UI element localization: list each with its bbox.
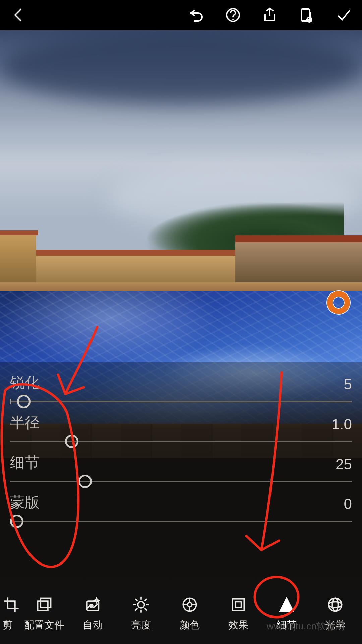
tool-light[interactable]: 亮度 xyxy=(117,593,166,635)
detail-icon xyxy=(278,596,295,613)
slider-value: 25 xyxy=(336,456,352,473)
slider-sharpen: 锐化 5 xyxy=(10,362,352,402)
tool-color[interactable]: 颜色 xyxy=(166,593,214,635)
slider-radius: 半径 1.0 xyxy=(10,402,352,442)
svg-point-1 xyxy=(232,19,234,20)
slider-track-sharpen[interactable] xyxy=(10,401,352,402)
top-toolbar xyxy=(0,0,362,30)
profiles-icon xyxy=(36,596,53,613)
slider-label: 细节 xyxy=(10,453,40,473)
svg-point-13 xyxy=(328,602,342,607)
slider-handle[interactable] xyxy=(65,435,78,448)
tool-label: 颜色 xyxy=(180,618,200,632)
share-button[interactable] xyxy=(260,5,280,25)
slider-mask: 蒙版 0 xyxy=(10,482,352,522)
slider-label: 半径 xyxy=(10,413,40,433)
svg-rect-10 xyxy=(232,599,244,610)
slider-label: 锐化 xyxy=(10,373,40,393)
slider-handle[interactable] xyxy=(78,475,92,488)
slider-value: 1.0 xyxy=(331,416,352,433)
tool-label: 配置文件 xyxy=(24,618,64,632)
back-button[interactable] xyxy=(8,5,28,25)
bottom-tool-row: 剪 配置文件 自动 亮度 颜色 效果 细节 光学 xyxy=(0,587,362,644)
effects-icon xyxy=(230,596,247,613)
tool-label: 亮度 xyxy=(131,618,151,632)
svg-rect-4 xyxy=(38,601,48,610)
tool-effects[interactable]: 效果 xyxy=(214,593,262,635)
slider-value: 0 xyxy=(344,496,352,513)
tool-label: 效果 xyxy=(228,618,248,632)
tool-profiles[interactable]: 配置文件 xyxy=(20,593,69,635)
slider-track-mask[interactable] xyxy=(10,521,352,522)
color-icon xyxy=(181,596,198,613)
tool-label: 自动 xyxy=(83,618,103,632)
svg-point-9 xyxy=(188,602,192,607)
undo-button[interactable] xyxy=(186,5,206,25)
auto-icon xyxy=(84,596,102,613)
help-button[interactable] xyxy=(223,5,243,25)
light-icon xyxy=(132,596,150,613)
svg-point-14 xyxy=(332,598,338,611)
slider-handle[interactable] xyxy=(10,515,23,528)
tool-label: 剪 xyxy=(3,618,13,632)
svg-rect-11 xyxy=(235,602,241,607)
slider-detail: 细节 25 xyxy=(10,442,352,482)
crop-icon xyxy=(3,596,20,613)
slider-track-detail[interactable] xyxy=(10,481,352,482)
svg-rect-5 xyxy=(41,598,51,607)
tool-auto[interactable]: 自动 xyxy=(69,593,117,635)
optics-icon xyxy=(326,596,344,613)
svg-point-12 xyxy=(328,598,342,611)
slider-track-radius[interactable] xyxy=(10,441,352,442)
tool-crop[interactable]: 剪 xyxy=(3,593,20,635)
detail-sliders-panel: 锐化 5 半径 1.0 细节 25 蒙版 0 xyxy=(0,362,362,587)
presets-button[interactable] xyxy=(297,5,317,25)
confirm-button[interactable] xyxy=(334,5,354,25)
slider-value: 5 xyxy=(344,376,352,393)
slider-handle[interactable] xyxy=(17,395,31,408)
slider-label: 蒙版 xyxy=(10,493,40,513)
svg-point-8 xyxy=(138,601,145,608)
watermark: www.rjtu.cn软荐网 xyxy=(267,620,345,633)
